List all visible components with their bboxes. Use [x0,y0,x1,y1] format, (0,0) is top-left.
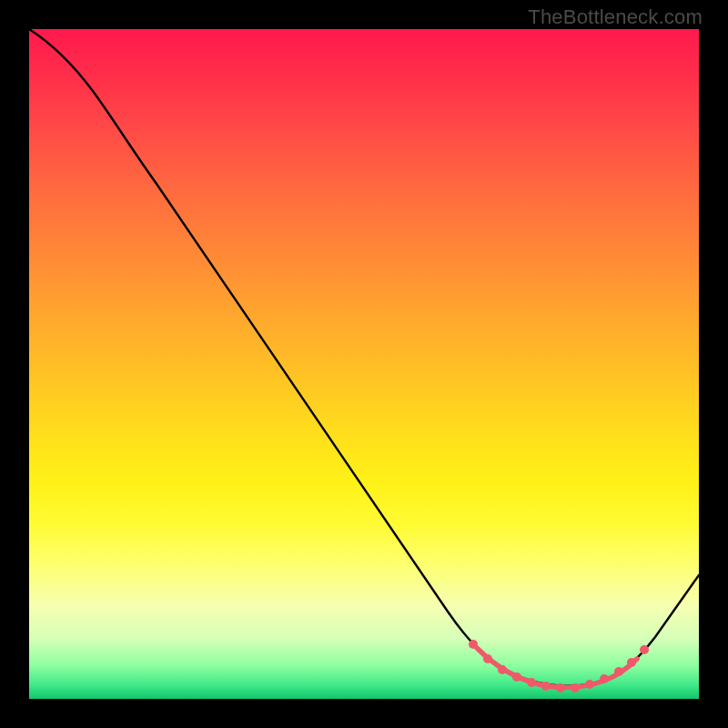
valley-dot [640,645,649,654]
valley-dot [556,683,565,693]
valley-dot [469,640,478,649]
valley-dot [600,674,609,683]
valley-dot [498,665,507,674]
valley-dot [541,682,551,691]
chart-svg [29,29,699,699]
bottleneck-curve [29,29,699,686]
valley-dot [627,658,636,667]
valley-dot [483,654,492,663]
valley-dot [527,678,536,687]
valley-dot [614,667,623,676]
valley-dot [512,672,521,682]
chart-frame: TheBottleneck.com [0,0,728,728]
valley-dot [585,680,594,689]
plot-area [29,29,699,699]
valley-dot [571,683,580,693]
watermark-text: TheBottleneck.com [528,5,703,29]
